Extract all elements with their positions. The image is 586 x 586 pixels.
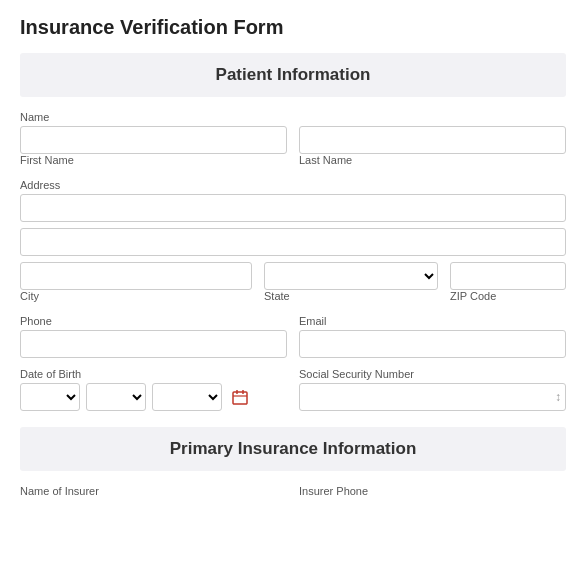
state-select[interactable]: ALAKAZCA COFLGANY TX [264,262,438,290]
insurer-phone-col: Insurer Phone [299,485,566,500]
calendar-icon[interactable] [232,389,250,405]
page-title: Insurance Verification Form [20,16,566,39]
phone-email-group: Phone Email [20,315,566,358]
ssn-input[interactable] [299,383,566,411]
dob-label: Date of Birth [20,368,287,380]
address-line2-input[interactable] [20,228,566,256]
zip-label: ZIP Code [450,290,566,302]
insurer-phone-label: Insurer Phone [299,485,566,497]
dob-selects: 01020304 05060708 09101112 01020304 0510… [20,383,287,411]
dob-day-select[interactable]: 01020304 05101520 253031 [86,383,146,411]
state-col: ALAKAZCA COFLGANY TX State [264,262,438,305]
address-line1-input[interactable] [20,194,566,222]
city-label: City [20,290,252,302]
first-name-col: First Name [20,126,287,169]
dob-col: Date of Birth 01020304 05060708 09101112… [20,368,287,411]
zip-input[interactable] [450,262,566,290]
insurer-group: Name of Insurer Insurer Phone [20,485,566,500]
first-name-label: First Name [20,154,287,166]
phone-label: Phone [20,315,287,327]
phone-input[interactable] [20,330,287,358]
ssn-label: Social Security Number [299,368,566,380]
dob-ssn-group: Date of Birth 01020304 05060708 09101112… [20,368,566,411]
address-label: Address [20,179,566,191]
insurer-name-col: Name of Insurer [20,485,287,500]
ssn-toggle-icon[interactable]: ↕ [555,390,561,404]
zip-col: ZIP Code [450,262,566,305]
phone-col: Phone [20,315,287,358]
patient-info-section-header: Patient Information [20,53,566,97]
city-input[interactable] [20,262,252,290]
state-label: State [264,290,438,302]
dob-year-select[interactable]: 200019951990 198519801975 197019651960 [152,383,222,411]
email-col: Email [299,315,566,358]
insurer-row: Name of Insurer Insurer Phone [20,485,566,500]
insurer-name-label: Name of Insurer [20,485,287,497]
email-input[interactable] [299,330,566,358]
dob-ssn-row: Date of Birth 01020304 05060708 09101112… [20,368,566,411]
address-group: Address City ALAKAZCA COFLGANY TX State … [20,179,566,305]
last-name-input[interactable] [299,126,566,154]
primary-insurance-header: Primary Insurance Information [20,427,566,471]
name-label: Name [20,111,566,123]
name-row: First Name Last Name [20,126,566,169]
last-name-label: Last Name [299,154,566,166]
dob-month-select[interactable]: 01020304 05060708 09101112 [20,383,80,411]
last-name-col: Last Name [299,126,566,169]
ssn-col: Social Security Number ↕ [299,368,566,411]
city-state-zip-row: City ALAKAZCA COFLGANY TX State ZIP Code [20,262,566,305]
email-label: Email [299,315,566,327]
first-name-input[interactable] [20,126,287,154]
svg-rect-0 [233,392,247,404]
city-col: City [20,262,252,305]
ssn-input-wrap: ↕ [299,383,566,411]
phone-email-row: Phone Email [20,315,566,358]
name-group: Name First Name Last Name [20,111,566,169]
primary-insurance-section: Primary Insurance Information Name of In… [20,427,566,500]
